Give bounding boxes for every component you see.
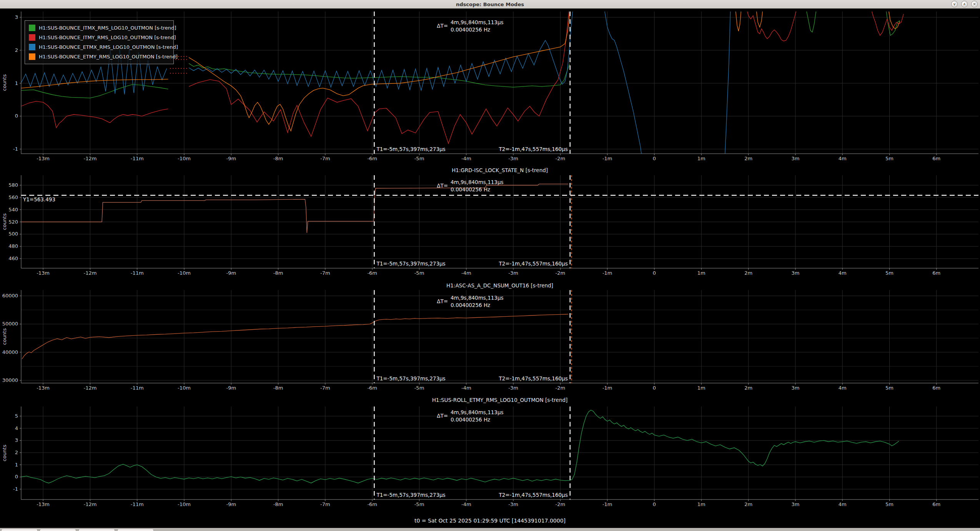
trace-red [871,9,904,35]
legend-item[interactable]: H1:SUS-BOUNCE_ETMX_RMS_LOG10_OUTMON [s-t… [29,42,170,52]
delta-t-freq: 0.00400256 Hz [451,417,490,423]
x-tick-label: -7m [320,385,330,391]
x-tick-label: 0 [653,385,656,391]
x-tick-label: 3m [791,385,799,391]
legend-swatch-icon [29,25,35,31]
delta-t-time: 4m,9s,840ms,113µs [451,19,504,25]
x-tick-label: -11m [131,385,144,391]
x-tick-label: 0 [653,156,656,161]
close-button[interactable]: × [971,1,978,7]
delta-t-time: 4m,9s,840ms,113µs [451,409,504,415]
y-tick-label: 40000 [2,349,18,355]
x-tick-label: 6m [932,501,940,507]
status-bar: t0 = Sat Oct 25 2025 01:29:59 UTC [14453… [0,516,980,526]
bottom-toolbar [0,528,980,531]
x-tick-label: 1m [697,385,705,391]
x-tick-label: -5m [414,270,424,276]
x-tick-label: 2m [744,270,752,276]
x-tick-label: -5m [414,501,424,507]
y-tick-label: 2 [15,450,18,455]
y-tick-label: 480 [8,243,18,249]
y-tick-label: 540 [8,207,18,212]
x-tick-label: -1m [602,270,612,276]
x-tick-label: 2m [744,156,752,161]
x-tick-label: -13m [37,385,50,391]
y-tick-label: 500 [8,231,18,237]
x-tick-label: 4m [839,385,847,391]
legend-swatch-icon [29,34,35,41]
x-tick-label: -5m [414,385,424,391]
x-tick-label: 6m [932,156,940,161]
x-tick-label: -8m [273,156,283,161]
legend-item[interactable]: H1:SUS-BOUNCE_ITMY_RMS_LOG10_OUTMON [s-t… [29,33,170,42]
x-tick-label: 6m [932,270,940,276]
x-tick-label: -1m [602,156,612,161]
t2-cursor-label: T2=-1m,47s,557ms,160µs [499,375,568,382]
y-tick-label: -1 [13,146,18,152]
window-title: ndscope: Bounce Modes [456,2,524,7]
x-tick-label: -3m [508,156,518,161]
legend-swatch-icon [29,53,35,60]
toolbar-button[interactable] [40,529,76,531]
y-tick-label: 0 [15,113,18,119]
x-tick-label: -5m [414,156,424,161]
delta-t-prefix: ΔT= [437,23,448,29]
x-tick-label: 3m [791,270,799,276]
x-tick-label: -13m [37,501,50,507]
x-tick-label: -7m [320,501,330,507]
x-tick-label: -6m [367,385,377,391]
toolbar-button[interactable] [117,529,154,531]
x-tick-label: 1m [697,156,705,161]
trace-green [189,63,570,87]
delta-t-prefix: ΔT= [437,183,448,189]
x-tick-label: -9m [226,501,236,507]
t1-cursor-label: T1=-5m,57s,397ms,273µs [376,375,445,382]
x-tick-label: -6m [367,270,377,276]
y-tick-label: 4 [15,425,18,431]
legend-label: H1:SUS-BOUNCE_ETMX_RMS_LOG10_OUTMON [s-t… [39,44,178,50]
x-tick-label: 4m [839,501,847,507]
x-tick-label: 2m [744,385,752,391]
scope-plot-grid[interactable]: -13m-12m-11m-10m-9m-8m-7m-6m-5m-4m-3m-2m… [0,9,980,528]
plots-svg: -13m-12m-11m-10m-9m-8m-7m-6m-5m-4m-3m-2m… [0,9,980,520]
delta-t-freq: 0.00400256 Hz [451,27,490,33]
x-tick-label: 5m [885,156,893,161]
minimize-button[interactable]: ∨ [951,1,958,7]
y-axis-label: counts [2,445,7,461]
x-tick-label: -11m [131,270,144,276]
window-buttons: ∨ ∧ × [951,1,978,7]
window-titlebar[interactable]: ndscope: Bounce Modes ∨ ∧ × [0,0,980,9]
x-tick-label: -11m [131,156,144,161]
delta-t-prefix: ΔT= [437,298,448,304]
x-tick-label: -8m [273,501,283,507]
legend-item[interactable]: H1:SUS-BOUNCE_ETMY_RMS_LOG10_OUTMON [s-t… [29,52,170,61]
toolbar-button[interactable] [78,529,115,531]
y-tick-label: 30000 [2,377,18,383]
x-tick-label: 1m [697,270,705,276]
trace-orange [756,9,763,27]
y-tick-label: 460 [8,256,18,261]
y-tick-label: 3 [15,437,18,443]
legend-label: H1:SUS-BOUNCE_ITMY_RMS_LOG10_OUTMON [s-t… [39,35,176,40]
x-tick-label: -7m [320,156,330,161]
trace-green [806,9,817,32]
trace-red [746,9,797,41]
x-tick-label: -4m [461,385,471,391]
maximize-button[interactable]: ∧ [961,1,968,7]
x-tick-label: -10m [178,385,191,391]
y-tick-label: -1 [13,486,18,492]
legend-label: H1:SUS-BOUNCE_ETMY_RMS_LOG10_OUTMON [s-t… [39,54,178,60]
x-tick-label: -10m [178,501,191,507]
x-tick-label: 2m [744,501,752,507]
t1-cursor-label: T1=-5m,57s,397ms,273µs [376,261,445,267]
close-icon: × [973,2,976,6]
plot1-legend: H1:SUS-BOUNCE_ITMX_RMS_LOG10_OUTMON [s-t… [25,20,174,64]
legend-item[interactable]: H1:SUS-BOUNCE_ITMX_RMS_LOG10_OUTMON [s-t… [29,23,170,33]
x-tick-label: -4m [461,501,471,507]
x-tick-label: -8m [273,385,283,391]
plot-title: H1:SUS-ROLL_ETMY_RMS_LOG10_OUTMON [s-tre… [432,397,568,403]
y-tick-label: 50000 [2,321,18,327]
chevron-down-icon: ∨ [953,2,956,6]
x-tick-label: 3m [791,156,799,161]
toolbar-button[interactable] [1,529,38,531]
